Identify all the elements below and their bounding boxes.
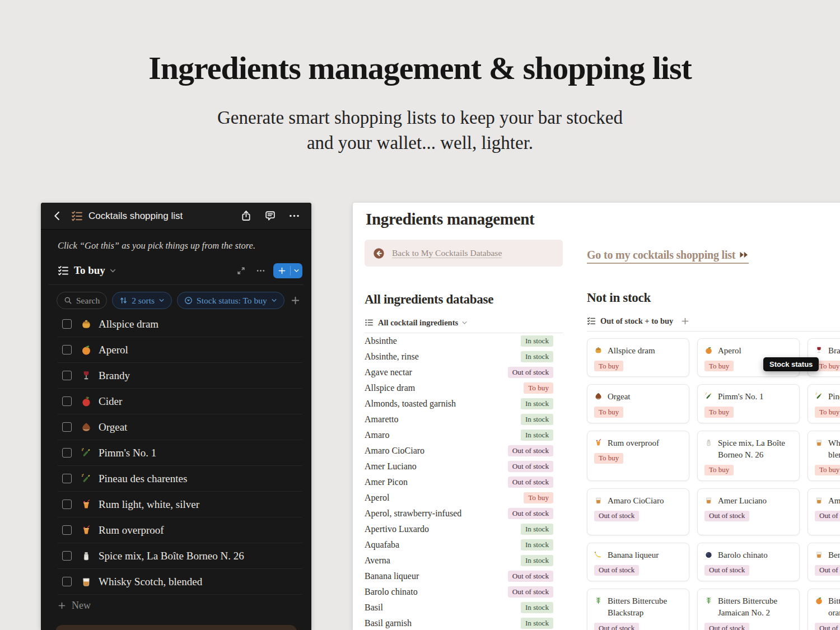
ingredient-row[interactable]: Basil garnishIn stock — [365, 615, 563, 630]
new-entry-button[interactable] — [273, 263, 302, 278]
stock-status-badge: In stock — [521, 602, 553, 613]
sorts-pill[interactable]: 2 sorts — [112, 292, 172, 309]
gallery-card[interactable]: Barolo chinatoOut of stock — [697, 543, 800, 581]
ingredient-name: Amaro — [365, 430, 389, 440]
champagne-bottle-icon — [815, 392, 823, 400]
back-to-database-link[interactable]: Back to My Cocktails Database — [392, 248, 502, 258]
shopping-list-item[interactable]: Pimm's No. 1 — [58, 440, 302, 466]
shopping-list-item[interactable]: Brandy — [58, 363, 302, 389]
gallery-card[interactable]: Spice mix, La Boîte Borneo N. 26To buy — [697, 431, 800, 481]
ingredient-row[interactable]: Agave nectarOut of stock — [365, 365, 563, 380]
view-name[interactable]: To buy — [74, 264, 105, 277]
comments-icon[interactable] — [264, 210, 276, 222]
gallery-card[interactable]: Rum overproofTo buy — [587, 431, 689, 481]
item-checkbox[interactable] — [62, 500, 72, 509]
back-arrow-icon[interactable] — [373, 248, 385, 259]
go-to-shopping-list-link[interactable]: Go to my cocktails shopping list — [587, 249, 749, 264]
gallery-card[interactable]: OrgeatTo buy — [587, 384, 689, 423]
shopping-list-item[interactable]: Aperol — [58, 337, 302, 363]
ingredient-name: Averna — [365, 556, 390, 566]
new-item-row[interactable]: New — [58, 595, 302, 616]
stock-status-badge: To buy — [815, 407, 840, 417]
card-name: Bitters orange — [828, 595, 840, 619]
item-checkbox[interactable] — [62, 396, 72, 406]
card-name: Orgeat — [608, 391, 631, 403]
whisky-glass-icon — [815, 496, 823, 505]
gallery-card[interactable]: Bitters Bittercube Jamaican No. 2Out of … — [697, 589, 800, 630]
gallery-card[interactable]: Banana liqueurOut of stock — [587, 543, 689, 581]
ingredient-row[interactable]: AbsintheIn stock — [365, 333, 563, 349]
gallery-card[interactable]: Whisky Scotch, blendedTo buy — [808, 431, 840, 481]
ingredients-table: AbsintheIn stockAbsinthe, rinseIn stockA… — [365, 333, 563, 630]
expand-icon[interactable] — [236, 266, 246, 276]
gallery-card[interactable]: BenedictineOut of stock — [808, 543, 840, 581]
item-checkbox[interactable] — [62, 551, 72, 561]
stock-status-filter-pill[interactable]: Stock status: To buy — [177, 292, 284, 309]
add-view-icon[interactable] — [681, 317, 689, 325]
herb-icon — [704, 596, 713, 605]
plus-icon — [58, 601, 66, 610]
search-pill[interactable]: Search — [57, 292, 107, 309]
item-checkbox[interactable] — [62, 345, 72, 354]
item-checkbox[interactable] — [62, 422, 72, 432]
gallery-card[interactable]: Pimm's No. 1To buy — [697, 384, 800, 423]
stock-status-badge: Out of stock — [508, 508, 553, 519]
database-view-chevron-icon[interactable] — [461, 320, 468, 326]
database-view-name[interactable]: All cocktail ingredients — [378, 318, 458, 328]
ingredient-row[interactable]: AvernaIn stock — [365, 553, 563, 568]
ingredient-name: Basil garnish — [365, 618, 412, 628]
ingredient-row[interactable]: Absinthe, rinseIn stock — [365, 349, 563, 365]
ingredient-name: Aperol — [365, 493, 389, 503]
card-name: Barolo chinato — [718, 549, 768, 561]
stock-status-badge: Out of stock — [815, 623, 840, 630]
dark-berry-icon — [704, 550, 713, 559]
view-chevron-icon[interactable] — [109, 267, 116, 274]
gallery-card[interactable]: Amer PiconOut of stock — [808, 488, 840, 535]
more-options-icon[interactable] — [288, 210, 300, 222]
item-label: Pineau des charentes — [99, 473, 187, 485]
ingredient-row[interactable]: Banana liqueurOut of stock — [365, 568, 563, 584]
ingredient-row[interactable]: Amaro CioCiaroOut of stock — [365, 443, 563, 459]
ingredient-row[interactable]: AquafabaIn stock — [365, 537, 563, 553]
ingredient-row[interactable]: Allspice dramTo buy — [365, 380, 563, 396]
add-filter-icon[interactable] — [291, 296, 300, 305]
shopping-list-item[interactable]: Allspice dram — [58, 311, 302, 337]
item-checkbox[interactable] — [62, 525, 72, 535]
item-checkbox[interactable] — [62, 474, 72, 483]
ingredient-row[interactable]: Amer LucianoOut of stock — [365, 459, 563, 474]
gallery-card[interactable]: Bitters Bittercube BlackstrapOut of stoc… — [587, 589, 689, 630]
ingredient-row[interactable]: AmaroIn stock — [365, 427, 563, 443]
back-callout: Back to My Cocktails Database — [365, 240, 563, 267]
shopping-list-item[interactable]: Spice mix, La Boîte Borneo N. 26 — [58, 543, 302, 569]
shopping-list-item[interactable]: Pineau des charentes — [58, 466, 302, 492]
ingredient-row[interactable]: Aperol, strawberry-infusedOut of stock — [365, 506, 563, 521]
ingredient-row[interactable]: AperolTo buy — [365, 490, 563, 506]
ingredient-row[interactable]: AmarettoIn stock — [365, 412, 563, 427]
back-icon[interactable] — [52, 211, 63, 221]
shopping-list-item[interactable]: Cider — [58, 389, 302, 414]
shopping-list-item[interactable]: Orgeat — [58, 414, 302, 440]
gallery-card[interactable]: Amer LucianoOut of stock — [697, 488, 800, 535]
shopping-list-item[interactable]: Whisky Scotch, blended — [58, 569, 302, 595]
gallery-card[interactable]: Pineau des charentesTo buy — [808, 384, 840, 423]
item-checkbox[interactable] — [62, 577, 72, 586]
gallery-card[interactable]: Allspice dramTo buy — [587, 338, 689, 377]
stock-status-badge: Out of stock — [704, 565, 749, 576]
shopping-list-item[interactable]: Rum light, white, silver — [58, 492, 302, 517]
item-checkbox[interactable] — [62, 371, 72, 380]
ingredient-row[interactable]: BasilIn stock — [365, 600, 563, 615]
ingredient-row[interactable]: Amer PiconOut of stock — [365, 474, 563, 490]
card-name: Pimm's No. 1 — [718, 391, 763, 403]
view-more-icon[interactable] — [256, 266, 265, 276]
gallery-card[interactable]: Bitters orangeOut of stock — [808, 589, 840, 630]
item-checkbox[interactable] — [62, 448, 72, 458]
gallery-card[interactable]: Amaro CioCiaroOut of stock — [587, 488, 689, 535]
ingredient-row[interactable]: Barolo chinatoOut of stock — [365, 584, 563, 600]
ingredient-row[interactable]: Apertivo LuxardoIn stock — [365, 521, 563, 537]
item-checkbox[interactable] — [62, 319, 72, 329]
shopping-list-item[interactable]: Rum overproof — [58, 517, 302, 543]
new-entry-dropdown-icon[interactable] — [293, 268, 300, 274]
ingredient-row[interactable]: Almonds, toasted garnishIn stock — [365, 396, 563, 412]
gallery-view-name[interactable]: Out of stock + to buy — [600, 316, 673, 326]
share-icon[interactable] — [240, 210, 252, 222]
